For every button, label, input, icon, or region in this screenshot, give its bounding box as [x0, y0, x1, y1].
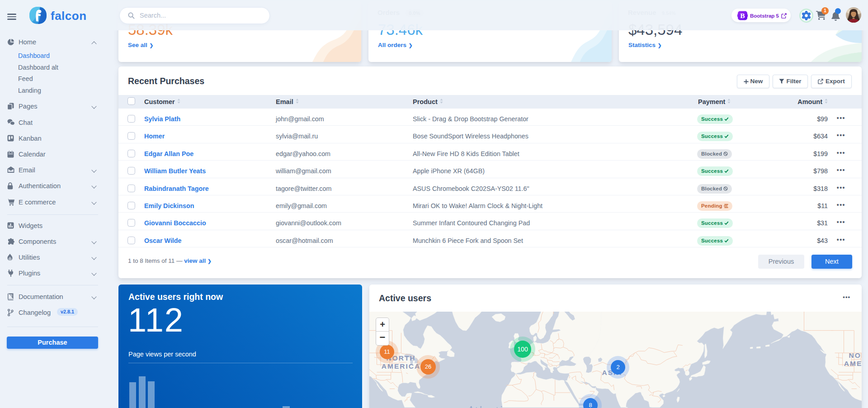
- svg-text:NORTH: NORTH: [849, 351, 862, 359]
- svg-text:B: B: [740, 12, 745, 19]
- svg-text:Atlantic: Atlantic: [467, 404, 509, 408]
- svg-text:AMERICA: AMERICA: [382, 362, 420, 370]
- svg-text:AMERICA: AMERICA: [844, 360, 862, 367]
